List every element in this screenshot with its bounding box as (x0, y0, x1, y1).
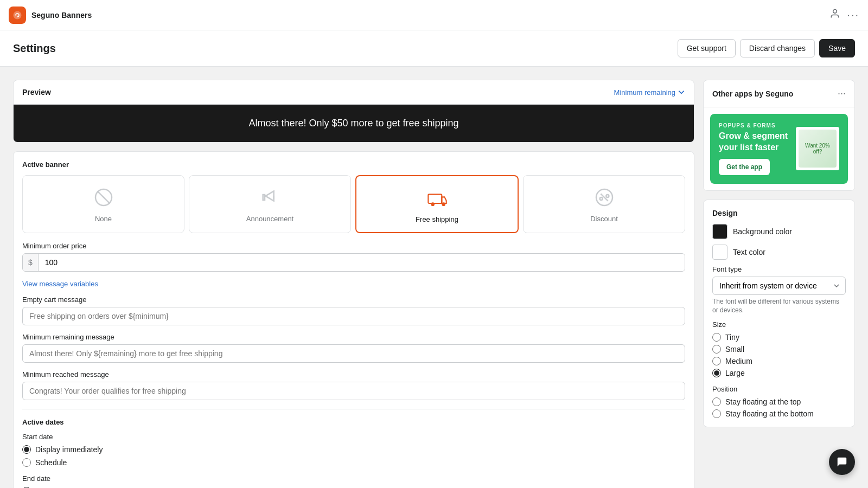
topbar-actions: ··· (829, 8, 859, 22)
get-support-button[interactable]: Get support (678, 39, 736, 57)
size-medium-radio[interactable] (712, 357, 721, 365)
banner-option-announcement-label: Announcement (246, 215, 293, 223)
active-banner-title: Active banner (22, 160, 685, 169)
promo-headline: Grow & segment your list faster (719, 131, 792, 153)
app-logo (9, 7, 26, 24)
minimum-order-label: Minimum order price (22, 242, 685, 250)
text-color-swatch[interactable] (712, 245, 727, 260)
promo-image: Want 20% off? (796, 127, 839, 170)
free-shipping-icon (424, 185, 450, 211)
font-type-select[interactable]: Inherit from system or device Sans-serif… (712, 277, 846, 295)
none-icon (91, 184, 117, 210)
promo-text: POPUPS & FORMS Grow & segment your list … (719, 123, 792, 175)
banner-options: None Announcement Free shi (22, 175, 685, 233)
preview-banner-text: Almost there! Only $50 more to get free … (248, 118, 458, 129)
end-date-label: End date (22, 474, 685, 483)
schedule-radio[interactable] (22, 458, 31, 467)
other-apps-header: Other apps by Seguno ··· (704, 80, 854, 107)
position-bottom-radio[interactable] (712, 409, 721, 418)
page-title: Settings (13, 42, 56, 55)
size-small-radio[interactable] (712, 345, 721, 354)
discount-icon (591, 184, 617, 210)
settings-card: Active banner None Announcem (13, 151, 694, 488)
promo-banner: POPUPS & FORMS Grow & segment your list … (710, 114, 848, 184)
design-card: Design Background color Text color Font … (703, 200, 855, 428)
banner-option-discount-label: Discount (590, 215, 618, 223)
other-apps-more-icon[interactable]: ··· (838, 88, 846, 99)
svg-point-1 (833, 10, 837, 14)
size-tiny-option[interactable]: Tiny (712, 333, 846, 342)
text-color-row: Text color (712, 245, 846, 260)
banner-option-free-shipping-label: Free shipping (416, 215, 458, 223)
banner-option-none[interactable]: None (22, 175, 184, 233)
position-top-radio[interactable] (712, 397, 721, 406)
promo-tag: POPUPS & FORMS (719, 123, 792, 129)
preview-banner: Almost there! Only $50 more to get free … (14, 105, 694, 142)
background-color-label: Background color (733, 227, 792, 236)
notification-icon[interactable] (829, 8, 840, 22)
min-reached-input[interactable] (22, 382, 685, 400)
text-color-label: Text color (733, 248, 765, 256)
preview-card: Preview Minimum remaining Almost there! … (13, 80, 694, 143)
chat-fab[interactable] (829, 449, 855, 475)
save-button[interactable]: Save (819, 39, 855, 57)
size-medium-option[interactable]: Medium (712, 357, 846, 365)
banner-option-free-shipping[interactable]: Free shipping (355, 175, 519, 233)
page-actions: Get support Discard changes Save (678, 39, 855, 57)
display-immediately-radio[interactable] (22, 445, 31, 454)
font-type-hint: The font will be different for various s… (712, 297, 846, 316)
logo-icon (12, 10, 22, 20)
schedule-option[interactable]: Schedule (22, 458, 685, 467)
min-remaining-label: Minimum remaining message (22, 333, 685, 341)
min-reached-field: Minimum reached message (22, 370, 685, 400)
size-large-radio[interactable] (712, 369, 721, 377)
size-small-label: Small (725, 345, 744, 354)
size-large-option[interactable]: Large (712, 369, 846, 377)
background-color-swatch[interactable] (712, 224, 727, 239)
promo-get-app-button[interactable]: Get the app (719, 159, 770, 175)
more-options-icon[interactable]: ··· (847, 9, 859, 21)
size-medium-label: Medium (725, 357, 752, 365)
banner-option-discount[interactable]: Discount (523, 175, 685, 233)
position-top-option[interactable]: Stay floating at the top (712, 397, 846, 406)
other-apps-card: Other apps by Seguno ··· POPUPS & FORMS … (703, 80, 855, 191)
start-date-options: Display immediately Schedule (22, 445, 685, 467)
size-tiny-radio[interactable] (712, 333, 721, 342)
minimum-order-input[interactable] (39, 254, 685, 271)
minimum-order-field: Minimum order price $ (22, 242, 685, 272)
main-content: Preview Minimum remaining Almost there! … (0, 67, 868, 488)
min-reached-label: Minimum reached message (22, 370, 685, 378)
active-dates-title: Active dates (22, 418, 685, 426)
discard-changes-button[interactable]: Discard changes (740, 39, 815, 57)
min-remaining-field: Minimum remaining message (22, 333, 685, 363)
position-title: Position (712, 385, 846, 393)
position-options: Stay floating at the top Stay floating a… (712, 397, 846, 418)
other-apps-title: Other apps by Seguno (712, 89, 793, 98)
svg-rect-4 (428, 194, 442, 203)
size-options: Tiny Small Medium Large (712, 333, 846, 377)
topbar: Seguno Banners ··· (0, 0, 868, 30)
min-remaining-input[interactable] (22, 344, 685, 363)
empty-cart-label: Empty cart message (22, 296, 685, 304)
font-type-label: Font type (712, 265, 846, 273)
background-color-row: Background color (712, 224, 846, 239)
display-immediately-option[interactable]: Display immediately (22, 445, 685, 454)
start-date-label: Start date (22, 433, 685, 441)
banner-option-announcement[interactable]: Announcement (189, 175, 351, 233)
view-variables-link[interactable]: View message variables (22, 280, 98, 288)
position-bottom-option[interactable]: Stay floating at the bottom (712, 409, 846, 418)
app-title: Seguno Banners (31, 11, 92, 20)
design-card-body: Design Background color Text color Font … (704, 200, 854, 427)
empty-cart-input[interactable] (22, 307, 685, 325)
empty-cart-field: Empty cart message (22, 296, 685, 325)
position-bottom-label: Stay floating at the bottom (725, 409, 814, 418)
position-top-label: Stay floating at the top (725, 397, 801, 406)
svg-point-6 (442, 202, 445, 206)
settings-card-body: Active banner None Announcem (14, 152, 694, 488)
size-tiny-label: Tiny (725, 333, 739, 342)
preview-dropdown[interactable]: Minimum remaining (614, 88, 685, 97)
left-column: Preview Minimum remaining Almost there! … (13, 80, 694, 488)
preview-label: Preview (22, 88, 51, 97)
size-small-option[interactable]: Small (712, 345, 846, 354)
size-title: Size (712, 320, 846, 329)
